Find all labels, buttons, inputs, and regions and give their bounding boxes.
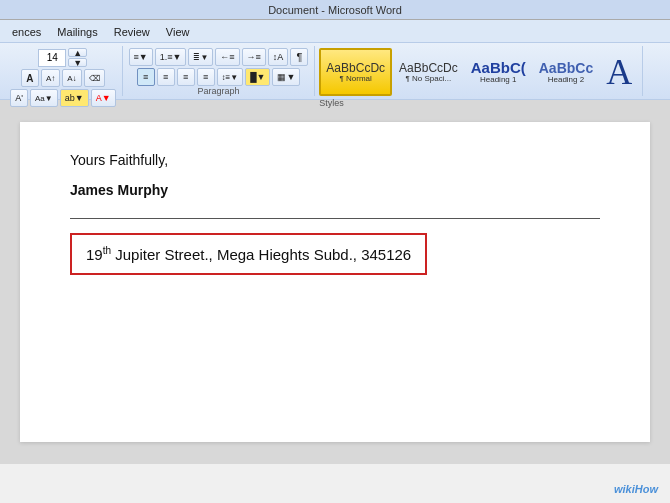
line-spacing-btn[interactable]: ↕≡▼ — [217, 68, 244, 86]
font-color-btn[interactable]: A▼ — [91, 89, 116, 107]
style-normal-label: ¶ Normal — [340, 74, 372, 83]
align-right-btn[interactable]: ≡ — [177, 68, 195, 86]
style-h1-btn[interactable]: AaBbC( Heading 1 — [465, 48, 532, 96]
font-aa-btn[interactable]: Aa▼ — [30, 89, 58, 107]
align-center-btn[interactable]: ≡ — [157, 68, 175, 86]
style-nospace-label: ¶ No Spaci... — [406, 74, 452, 83]
list-row: ≡▼ 1.≡▼ ≣▼ ←≡ →≡ ↕A ¶ — [129, 48, 309, 66]
align-row: ≡ ≡ ≡ ≡ ↕≡▼ █▼ ▦▼ — [137, 68, 301, 86]
style-large-preview: A — [606, 54, 632, 90]
indent-inc-btn[interactable]: →≡ — [242, 48, 266, 66]
style-large-btn[interactable]: A — [600, 48, 638, 96]
doc-name-text: James Murphy — [70, 182, 600, 198]
font-size-up-btn[interactable]: ▲ — [68, 48, 87, 57]
style-h2-label: Heading 2 — [548, 75, 584, 84]
ribbon-tabs: ences Mailings Review View — [0, 20, 670, 42]
multilevel-btn[interactable]: ≣▼ — [188, 48, 213, 66]
tab-ences[interactable]: ences — [4, 22, 49, 42]
bold-btn[interactable]: A — [21, 69, 39, 87]
doc-address-rest: Jupiter Street., Mega Hieghts Subd., 345… — [111, 246, 411, 263]
borders-btn[interactable]: ▦▼ — [272, 68, 300, 86]
paragraph-label: Paragraph — [197, 86, 239, 96]
tab-mailings[interactable]: Mailings — [49, 22, 105, 42]
style-nospace-preview: AaBbCcDc — [399, 62, 458, 74]
watermark-suffix: How — [635, 483, 658, 495]
app-container: Document - Microsoft Word ences Mailings… — [0, 0, 670, 503]
shading-btn[interactable]: █▼ — [245, 68, 270, 86]
style-nospace-btn[interactable]: AaBbCcDc ¶ No Spaci... — [393, 48, 464, 96]
style-h2-preview: AaBbCc — [539, 61, 593, 75]
numbering-btn[interactable]: 1.≡▼ — [155, 48, 187, 66]
pilcrow-btn[interactable]: ¶ — [290, 48, 308, 66]
font-size-dec-btn[interactable]: A↓ — [62, 69, 81, 87]
font-style-row: A' Aa▼ ab▼ A▼ — [10, 89, 116, 107]
style-h2-btn[interactable]: AaBbCc Heading 2 — [533, 48, 599, 96]
font-size-small-btn[interactable]: A' — [10, 89, 28, 107]
style-h1-label: Heading 1 — [480, 75, 516, 84]
styles-label: Styles — [319, 98, 344, 108]
clear-format-btn[interactable]: ⌫ — [84, 69, 105, 87]
paragraph-group: ≡▼ 1.≡▼ ≣▼ ←≡ →≡ ↕A ¶ ≡ ≡ ≡ ≡ ↕≡▼ █▼ ▦▼ … — [123, 46, 316, 96]
font-format-row: A A↑ A↓ ⌫ — [21, 69, 105, 87]
doc-address-box: 19th Jupiter Street., Mega Hieghts Subd.… — [70, 233, 427, 275]
style-normal-preview: AaBbCcDc — [326, 62, 385, 74]
font-size-down-btn[interactable]: ▼ — [68, 58, 87, 67]
highlight-btn[interactable]: ab▼ — [60, 89, 89, 107]
font-group: ▲ ▼ A A↑ A↓ ⌫ A' Aa▼ ab▼ A▼ — [4, 46, 123, 96]
styles-group: AaBbCcDc ¶ Normal AaBbCcDc ¶ No Spaci...… — [315, 46, 643, 96]
watermark: wikiHow — [614, 483, 658, 495]
font-size-input[interactable] — [38, 49, 66, 67]
align-left-btn[interactable]: ≡ — [137, 68, 155, 86]
doc-address-number: 19 — [86, 246, 103, 263]
style-normal-btn[interactable]: AaBbCcDc ¶ Normal — [319, 48, 392, 96]
align-justify-btn[interactable]: ≡ — [197, 68, 215, 86]
font-size-inc-btn[interactable]: A↑ — [41, 69, 60, 87]
indent-dec-btn[interactable]: ←≡ — [215, 48, 239, 66]
style-h1-preview: AaBbC( — [471, 60, 526, 75]
title-bar-text: Document - Microsoft Word — [268, 4, 402, 16]
document-area: Yours Faithfully, James Murphy 19th Jupi… — [20, 122, 650, 442]
doc-address-superscript: th — [103, 245, 111, 256]
tab-review[interactable]: Review — [106, 22, 158, 42]
document-background: Yours Faithfully, James Murphy 19th Jupi… — [0, 100, 670, 464]
doc-divider — [70, 218, 600, 219]
bullets-btn[interactable]: ≡▼ — [129, 48, 153, 66]
title-bar: Document - Microsoft Word — [0, 0, 670, 20]
tab-view[interactable]: View — [158, 22, 198, 42]
font-size-row: ▲ ▼ — [38, 48, 87, 67]
styles-row: AaBbCcDc ¶ Normal AaBbCcDc ¶ No Spaci...… — [319, 48, 638, 96]
sort-btn[interactable]: ↕A — [268, 48, 289, 66]
watermark-prefix: wiki — [614, 483, 635, 495]
ribbon-controls: ▲ ▼ A A↑ A↓ ⌫ A' Aa▼ ab▼ A▼ ≡▼ 1.≡▼ — [0, 42, 670, 100]
doc-closing-text: Yours Faithfully, — [70, 152, 600, 168]
